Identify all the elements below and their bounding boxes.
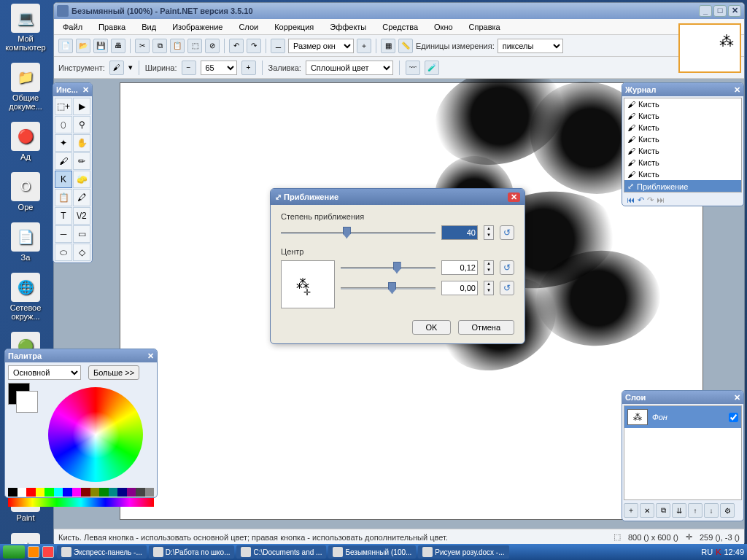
history-first-icon[interactable]: ⏮ <box>627 195 635 205</box>
center-y-slider[interactable] <box>341 281 436 295</box>
zoom-slider[interactable] <box>281 225 436 240</box>
desktop-icon[interactable]: 📄За <box>4 222 47 262</box>
layer-merge-icon[interactable]: ⇊ <box>672 503 686 518</box>
tool-button[interactable]: 🖍 <box>73 189 90 206</box>
color-swatch[interactable] <box>136 488 145 497</box>
menu-вид[interactable]: Вид <box>139 21 159 33</box>
center-y-spinner[interactable]: ▲▼ <box>484 281 494 295</box>
tool-button[interactable]: ▶ <box>73 98 90 115</box>
cancel-button[interactable]: Отмена <box>458 320 514 335</box>
layers-close-icon[interactable]: ✕ <box>734 393 740 402</box>
ruler-icon[interactable]: 📏 <box>398 39 413 53</box>
ql-icon[interactable] <box>28 546 39 558</box>
primary-color-swatch[interactable] <box>8 383 30 405</box>
zoom-value-input[interactable] <box>441 225 478 240</box>
menu-изображение[interactable]: Изображение <box>169 21 225 33</box>
layer-delete-icon[interactable]: ✕ <box>640 503 654 518</box>
history-redo-icon[interactable]: ↷ <box>647 195 654 205</box>
desktop-icon[interactable]: 🔴Ад <box>4 122 47 161</box>
lang-indicator[interactable]: RU <box>701 548 713 556</box>
undo-icon[interactable]: ↶ <box>229 39 244 53</box>
tool-button[interactable]: ✏ <box>73 152 90 170</box>
tool-button[interactable]: ✦ <box>55 134 72 152</box>
color-swatch[interactable] <box>8 488 18 497</box>
color-swatch[interactable] <box>127 488 136 497</box>
tool-button[interactable]: \/2 <box>73 207 90 225</box>
zoom-select[interactable]: Размер окн <box>288 39 354 53</box>
color-type-select[interactable]: Основной <box>8 365 81 380</box>
layer-add-icon[interactable]: ＋ <box>624 503 638 518</box>
grid-icon[interactable]: ▦ <box>381 39 395 53</box>
secondary-color-swatch[interactable] <box>16 391 38 413</box>
save-icon[interactable]: 💾 <box>93 39 108 53</box>
ql-icon[interactable] <box>42 546 54 558</box>
width-increase-icon[interactable]: + <box>241 61 256 75</box>
color-swatch[interactable] <box>109 488 118 497</box>
taskbar-item[interactable]: D:\Работа по шко... <box>149 545 235 559</box>
color-swatch[interactable] <box>26 488 36 497</box>
minimize-button[interactable]: _ <box>699 5 712 17</box>
history-undo-icon[interactable]: ↶ <box>638 195 644 205</box>
menu-окно[interactable]: Окно <box>431 21 456 33</box>
history-item[interactable]: 🖌 Кисть <box>624 133 741 145</box>
layer-duplicate-icon[interactable]: ⧉ <box>656 503 670 518</box>
menu-средства[interactable]: Средства <box>379 21 421 33</box>
tool-button[interactable]: ⚲ <box>73 116 90 133</box>
color-swatch[interactable] <box>90 488 100 497</box>
layer-item[interactable]: ⁂ Фон <box>624 406 741 428</box>
center-x-slider[interactable] <box>341 260 436 275</box>
desktop-icon[interactable]: 💻Мойкомпьютер <box>4 4 47 52</box>
history-item[interactable]: 🖌 Кисть <box>624 122 741 133</box>
ok-button[interactable]: OK <box>412 320 452 335</box>
taskbar-item[interactable]: Безымянный (100... <box>328 545 416 559</box>
tool-button[interactable]: ◇ <box>73 244 90 261</box>
more-colors-button[interactable]: Больше >> <box>88 365 139 380</box>
zoom-in-icon[interactable]: ＋ <box>357 39 371 53</box>
menu-правка[interactable]: Правка <box>96 21 128 33</box>
hue-strip[interactable] <box>8 498 154 507</box>
fill-select[interactable]: Сплошной цвет <box>306 61 393 75</box>
tray-av-icon[interactable]: K <box>716 548 721 556</box>
color-swatch[interactable] <box>99 488 109 497</box>
width-select[interactable]: 65 <box>201 61 237 75</box>
color-swatch[interactable] <box>18 488 27 497</box>
tool-button[interactable]: ─ <box>55 225 72 243</box>
thumbnail-panel[interactable]: ⁂ <box>678 23 741 73</box>
desktop-icon[interactable]: OOpе <box>4 172 47 211</box>
history-last-icon[interactable]: ⏭ <box>657 195 665 205</box>
layer-up-icon[interactable]: ↑ <box>688 503 703 518</box>
tool-button[interactable]: 🖌 <box>55 152 72 170</box>
color-swatch[interactable] <box>63 488 72 497</box>
antialias-icon[interactable]: 〰 <box>406 61 420 75</box>
menu-коррекция[interactable]: Коррекция <box>271 21 317 33</box>
tool-brush-icon[interactable]: 🖌 <box>109 61 124 75</box>
maximize-button[interactable]: □ <box>713 5 727 17</box>
close-button[interactable]: ✕ <box>728 5 741 17</box>
tool-button[interactable]: K <box>55 171 72 188</box>
width-decrease-icon[interactable]: − <box>182 61 196 75</box>
paste-icon[interactable]: 📋 <box>170 39 185 53</box>
history-item[interactable]: ⤢ Приближение <box>624 180 741 192</box>
color-swatch[interactable] <box>81 488 90 497</box>
colors-close-icon[interactable]: ✕ <box>147 351 154 361</box>
cut-icon[interactable]: ✂ <box>135 39 150 53</box>
open-icon[interactable]: 📂 <box>76 39 90 53</box>
history-item[interactable]: 🖌 Кисть <box>624 98 741 110</box>
history-item[interactable]: 🖌 Кисть <box>624 157 741 168</box>
desktop-icon[interactable]: 🌐Сетевоеокруж... <box>4 273 47 321</box>
history-close-icon[interactable]: ✕ <box>734 85 740 95</box>
tools-close-icon[interactable]: ✕ <box>82 85 89 95</box>
history-item[interactable]: 🖌 Кисть <box>624 168 741 180</box>
color-swatch[interactable] <box>44 488 54 497</box>
zoom-reset-icon[interactable]: ↺ <box>500 225 514 240</box>
taskbar-item[interactable]: Экспресс-панель -... <box>57 545 147 559</box>
tool-button[interactable]: ⬭ <box>55 244 72 261</box>
zoom-spinner[interactable]: ▲▼ <box>484 225 494 240</box>
center-x-input[interactable] <box>441 260 478 275</box>
center-x-reset-icon[interactable]: ↺ <box>500 260 514 275</box>
layer-visible-checkbox[interactable] <box>729 413 738 422</box>
tool-button[interactable]: 🧽 <box>73 171 90 188</box>
units-select[interactable]: пикселы <box>498 39 563 53</box>
tool-button[interactable]: ✋ <box>73 134 90 152</box>
print-icon[interactable]: 🖶 <box>111 39 125 53</box>
